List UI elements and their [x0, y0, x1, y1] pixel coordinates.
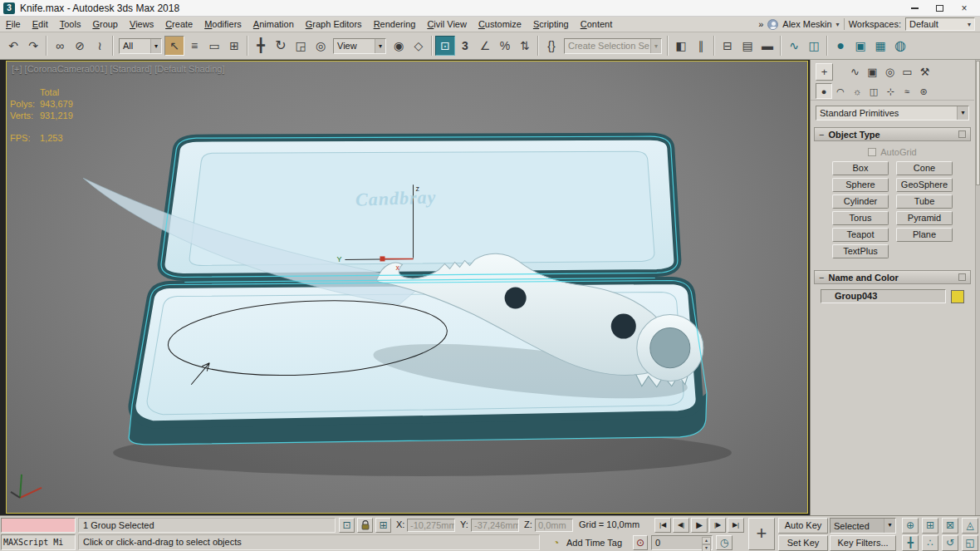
named-selection-set-dropdown[interactable]: Create Selection Se ▾: [564, 38, 662, 54]
selection-filter-dropdown[interactable]: All ▾: [119, 38, 162, 54]
category-shapes-icon[interactable]: ◠: [832, 83, 849, 99]
menu-tools[interactable]: Tools: [54, 17, 87, 32]
object-name-field[interactable]: Group043: [821, 289, 946, 303]
minimize-button[interactable]: [902, 1, 927, 16]
auto-key-button[interactable]: Auto Key: [778, 518, 828, 534]
redo-icon[interactable]: ↷: [23, 36, 43, 56]
menu-civil-view[interactable]: Civil View: [421, 17, 472, 32]
select-and-rotate-icon[interactable]: ↻: [271, 36, 291, 56]
undo-icon[interactable]: ↶: [3, 36, 23, 56]
select-and-place-icon[interactable]: ◎: [311, 36, 331, 56]
current-frame-field[interactable]: 0 ▴ ▾: [651, 535, 713, 550]
scene-explorer-icon[interactable]: ⊟: [718, 36, 737, 56]
mirror-icon[interactable]: ◧: [671, 36, 691, 56]
close-button[interactable]: ×: [952, 1, 977, 16]
viewport[interactable]: z Y x [+] [CoronaCamera001] [Standard] […: [6, 61, 808, 514]
schematic-view-icon[interactable]: ◫: [804, 36, 824, 56]
menu-create[interactable]: Create: [159, 17, 198, 32]
select-and-manipulate-icon[interactable]: ◇: [409, 36, 429, 56]
viewport-label[interactable]: [+] [CoronaCamera001] [Standard] [Defaul…: [12, 64, 225, 74]
signed-in-user[interactable]: Alex Meskin: [782, 19, 831, 29]
window-crossing-icon[interactable]: ⊞: [224, 36, 244, 56]
menu-scripting[interactable]: Scripting: [527, 17, 575, 32]
category-lights-icon[interactable]: ☼: [849, 83, 865, 99]
object-type-rollout-header[interactable]: − Object Type: [814, 127, 971, 141]
play-button[interactable]: ▶: [691, 518, 708, 533]
field-of-view-icon[interactable]: ◬: [962, 518, 978, 534]
tab-hierarchy[interactable]: ▣: [864, 63, 881, 81]
select-and-move-icon[interactable]: ╋: [251, 36, 271, 56]
isolate-selection-toggle[interactable]: ⊡: [339, 518, 355, 533]
tab-modify[interactable]: ∿: [846, 63, 864, 81]
plane-button[interactable]: Plane: [896, 228, 953, 242]
next-frame-button[interactable]: |▶: [709, 518, 726, 533]
zoom-icon[interactable]: ⊕: [902, 518, 919, 534]
name-color-rollout-header[interactable]: − Name and Color: [814, 270, 971, 284]
unlink-selection-icon[interactable]: ⊘: [70, 36, 90, 56]
layer-explorer-icon[interactable]: ▤: [737, 36, 757, 56]
percent-snap-icon[interactable]: %: [495, 36, 515, 56]
bind-to-space-warp-icon[interactable]: ≀: [90, 36, 110, 56]
go-to-start-button[interactable]: |◀: [654, 518, 671, 533]
geosphere-button[interactable]: GeoSphere: [896, 178, 953, 192]
menu-content[interactable]: Content: [575, 17, 619, 32]
menu-rendering[interactable]: Rendering: [368, 17, 422, 32]
key-mode-toggle[interactable]: ⊙: [633, 535, 648, 550]
go-to-end-button[interactable]: ▶|: [728, 518, 744, 533]
select-object-icon[interactable]: ↖: [164, 36, 184, 56]
z-coord-field[interactable]: 0,0mm: [535, 519, 573, 532]
orbit-icon[interactable]: ↺: [942, 535, 958, 551]
user-avatar[interactable]: [767, 19, 778, 30]
y-coord-field[interactable]: -37,246mm: [471, 519, 519, 532]
time-configuration-button[interactable]: ◷: [716, 535, 733, 550]
tab-motion[interactable]: ◎: [881, 63, 899, 81]
maximize-viewport-icon[interactable]: ◱: [962, 535, 978, 551]
category-helpers-icon[interactable]: ⊹: [882, 83, 899, 99]
textplus-button[interactable]: TextPlus: [832, 244, 889, 258]
cylinder-button[interactable]: Cylinder: [832, 194, 889, 209]
menu-customize[interactable]: Customize: [473, 17, 527, 32]
menu-overflow-icon[interactable]: »: [758, 19, 763, 29]
category-space-warps-icon[interactable]: ≈: [899, 83, 915, 99]
zoom-all-icon[interactable]: ⊞: [922, 518, 938, 534]
box-button[interactable]: Box: [832, 161, 889, 175]
use-pivot-center-icon[interactable]: ◉: [389, 36, 409, 56]
angle-snap-icon[interactable]: ∠: [475, 36, 495, 56]
render-production-icon[interactable]: ◍: [890, 36, 910, 56]
category-cameras-icon[interactable]: ◫: [865, 83, 882, 99]
select-by-name-icon[interactable]: ≡: [184, 36, 204, 56]
render-setup-icon[interactable]: ▣: [850, 36, 870, 56]
user-menu-arrow-icon[interactable]: ▾: [836, 21, 840, 28]
menu-file[interactable]: File: [0, 17, 27, 32]
menu-views[interactable]: Views: [124, 17, 159, 32]
rendered-frame-window-icon[interactable]: ▦: [870, 36, 890, 56]
add-time-tag[interactable]: Add Time Tag: [566, 538, 622, 548]
set-key-button[interactable]: Set Key: [778, 535, 828, 551]
menu-graph-editors[interactable]: Graph Editors: [300, 17, 368, 32]
frame-spinner[interactable]: ▴ ▾: [702, 537, 711, 549]
autogrid-checkbox[interactable]: [868, 148, 876, 156]
selection-lock-toggle[interactable]: [357, 518, 373, 533]
pan-icon[interactable]: ╋: [902, 535, 919, 551]
set-keys-button[interactable]: +: [748, 518, 775, 550]
tab-create[interactable]: +: [816, 63, 833, 81]
previous-frame-button[interactable]: ◀|: [673, 518, 689, 533]
teapot-button[interactable]: Teapot: [832, 228, 889, 242]
category-geometry-icon[interactable]: ●: [816, 83, 832, 99]
gizmo-x-handle[interactable]: [380, 256, 385, 261]
spinner-snap-icon[interactable]: ⇅: [515, 36, 535, 56]
rectangular-selection-region-icon[interactable]: ▭: [204, 36, 224, 56]
menu-animation[interactable]: Animation: [247, 17, 300, 32]
restore-button[interactable]: [927, 1, 952, 16]
spinner-up-icon[interactable]: ▴: [702, 537, 711, 544]
torus-button[interactable]: Torus: [832, 211, 889, 225]
spinner-down-icon[interactable]: ▾: [702, 544, 711, 551]
curve-editor-icon[interactable]: ∿: [784, 36, 804, 56]
absolute-mode-toggle[interactable]: ⊞: [375, 518, 391, 533]
macro-recorder-field[interactable]: [1, 518, 76, 533]
ribbon-toggle-icon[interactable]: ▬: [757, 36, 777, 56]
keyboard-shortcut-override-icon[interactable]: ⊡: [435, 36, 455, 56]
workspace-dropdown[interactable]: Default ▾: [905, 17, 975, 31]
select-and-link-icon[interactable]: ∞: [50, 36, 70, 56]
object-color-swatch[interactable]: [951, 290, 964, 303]
